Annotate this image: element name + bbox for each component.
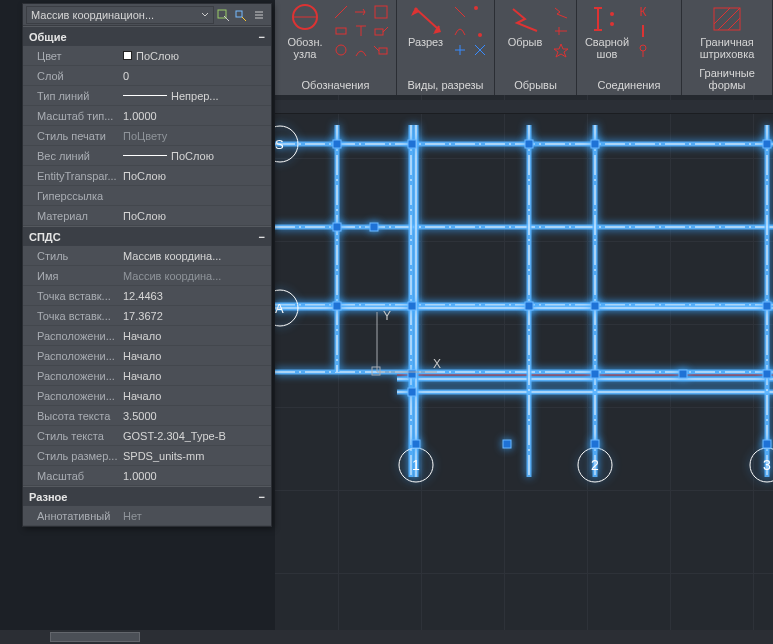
k-icon[interactable]: К [635, 4, 651, 20]
property-value[interactable]: 0 [123, 70, 271, 82]
property-value[interactable]: 1.0000 [123, 470, 271, 482]
property-row[interactable]: СтильМассив координа... [23, 246, 271, 266]
property-value[interactable]: ПоСлою [123, 170, 271, 182]
scrollbar-thumb[interactable] [50, 632, 140, 642]
property-row[interactable]: Масштаб1.0000 [23, 466, 271, 486]
mark-icon[interactable] [333, 23, 349, 39]
dot-icon[interactable] [472, 4, 488, 20]
property-row[interactable]: Высота текста3.5000 [23, 406, 271, 426]
quick-select-button[interactable] [232, 6, 250, 24]
svg-rect-30 [236, 11, 242, 17]
arrow-icon[interactable] [353, 4, 369, 20]
property-value[interactable]: ПоСлою [123, 50, 271, 62]
object-type-combo[interactable]: Массив координацион... [26, 6, 214, 24]
break-button[interactable]: Обрыв [501, 4, 549, 58]
toggle-pick-button[interactable] [214, 6, 232, 24]
boundary-hatch-button[interactable]: Граничная штриховка [697, 4, 757, 60]
svg-line-7 [383, 27, 388, 32]
property-value[interactable]: ПоЦвету [123, 130, 271, 142]
ref2-icon[interactable] [373, 42, 389, 58]
property-value[interactable]: Начало [123, 330, 271, 342]
property-value[interactable]: Нет [123, 510, 271, 522]
property-value[interactable]: ПоСлою [123, 150, 271, 162]
property-row[interactable]: Вес линийПоСлою [23, 146, 271, 166]
weld-button[interactable]: Сварной шов [583, 4, 631, 60]
property-value[interactable]: Начало [123, 350, 271, 362]
svg-rect-73 [525, 140, 533, 148]
property-row[interactable]: МатериалПоСлою [23, 206, 271, 226]
section-header-misc[interactable]: Разное − [23, 486, 271, 506]
node2-icon[interactable] [333, 42, 349, 58]
star-icon[interactable] [553, 42, 569, 58]
property-value[interactable]: Массив координа... [123, 270, 271, 282]
box-icon[interactable] [373, 4, 389, 20]
property-value[interactable]: 17.3672 [123, 310, 271, 322]
property-value[interactable]: Непрер... [123, 90, 271, 102]
exp2-icon[interactable] [472, 42, 488, 58]
property-name: Стиль текста [23, 430, 123, 442]
properties-panel: Массив координацион... Общие − ЦветПоСло… [22, 3, 272, 527]
property-row[interactable]: Слой0 [23, 66, 271, 86]
svg-rect-82 [763, 302, 771, 310]
property-row[interactable]: Расположени...Начало [23, 346, 271, 366]
property-value[interactable]: Начало [123, 370, 271, 382]
chevron-down-icon [201, 11, 209, 19]
arc-icon[interactable] [452, 23, 468, 39]
property-value[interactable]: ПоСлою [123, 210, 271, 222]
property-row[interactable]: Расположени...Начало [23, 366, 271, 386]
section-header-spds[interactable]: СПДС − [23, 226, 271, 246]
svg-text:3: 3 [763, 457, 771, 473]
zig-icon[interactable] [553, 4, 569, 20]
property-value[interactable]: 12.4463 [123, 290, 271, 302]
svg-text:S: S [275, 137, 284, 152]
ref-icon[interactable] [373, 23, 389, 39]
brace-icon[interactable] [353, 42, 369, 58]
i-icon[interactable] [635, 23, 651, 39]
property-name: EntityTranspar... [23, 170, 123, 182]
horizontal-scrollbar[interactable] [0, 630, 773, 644]
pin-icon[interactable] [635, 42, 651, 58]
section-title: Общие [29, 31, 67, 43]
svg-rect-83 [408, 370, 416, 378]
drawing-canvas[interactable]: S A 1 2 3 [275, 95, 773, 644]
property-value[interactable]: Массив координа... [123, 250, 271, 262]
property-row[interactable]: Стиль размер...SPDS_units-mm [23, 446, 271, 466]
property-row[interactable]: Точка вставк...17.3672 [23, 306, 271, 326]
svg-point-20 [610, 12, 614, 16]
tmark-icon[interactable] [353, 23, 369, 39]
svg-text:X: X [433, 357, 441, 371]
svg-rect-80 [525, 302, 533, 310]
property-row[interactable]: ЦветПоСлою [23, 46, 271, 66]
slit-icon[interactable] [452, 4, 468, 20]
property-row[interactable]: Точка вставк...12.4463 [23, 286, 271, 306]
line-icon[interactable] [333, 4, 349, 20]
property-name: Стиль размер... [23, 450, 123, 462]
property-value[interactable]: GOST-2.304_Type-B [123, 430, 271, 442]
property-row[interactable]: Расположени...Начало [23, 386, 271, 406]
node-designation-button[interactable]: Обозн. узла [281, 4, 329, 60]
ribbon-group-designations: Обозн. узла Обозначения [275, 0, 397, 95]
property-value[interactable]: SPDS_units-mm [123, 450, 271, 462]
property-row[interactable]: Гиперссылка [23, 186, 271, 206]
property-row[interactable]: Масштаб тип...1.0000 [23, 106, 271, 126]
dot2-icon[interactable] [472, 23, 488, 39]
section-button[interactable]: Разрез [403, 4, 448, 58]
trim-icon[interactable] [553, 23, 569, 39]
property-row[interactable]: АннотативныйНет [23, 506, 271, 526]
property-value[interactable]: 1.0000 [123, 110, 271, 122]
ribbon-group-title: Обозначения [281, 79, 390, 91]
property-row[interactable]: Расположени...Начало [23, 326, 271, 346]
property-value[interactable]: Начало [123, 390, 271, 402]
svg-text:Y: Y [383, 309, 391, 323]
property-row[interactable]: Стиль печатиПоЦвету [23, 126, 271, 146]
property-name: Точка вставк... [23, 290, 123, 302]
section-header-general[interactable]: Общие − [23, 26, 271, 46]
property-row[interactable]: Тип линийНепрер... [23, 86, 271, 106]
panel-options-button[interactable] [250, 6, 268, 24]
property-row[interactable]: EntityTranspar...ПоСлою [23, 166, 271, 186]
property-row[interactable]: Стиль текстаGOST-2.304_Type-B [23, 426, 271, 446]
exp-icon[interactable] [452, 42, 468, 58]
property-value[interactable]: 3.5000 [123, 410, 271, 422]
svg-point-21 [610, 22, 614, 26]
property-row[interactable]: ИмяМассив координа... [23, 266, 271, 286]
